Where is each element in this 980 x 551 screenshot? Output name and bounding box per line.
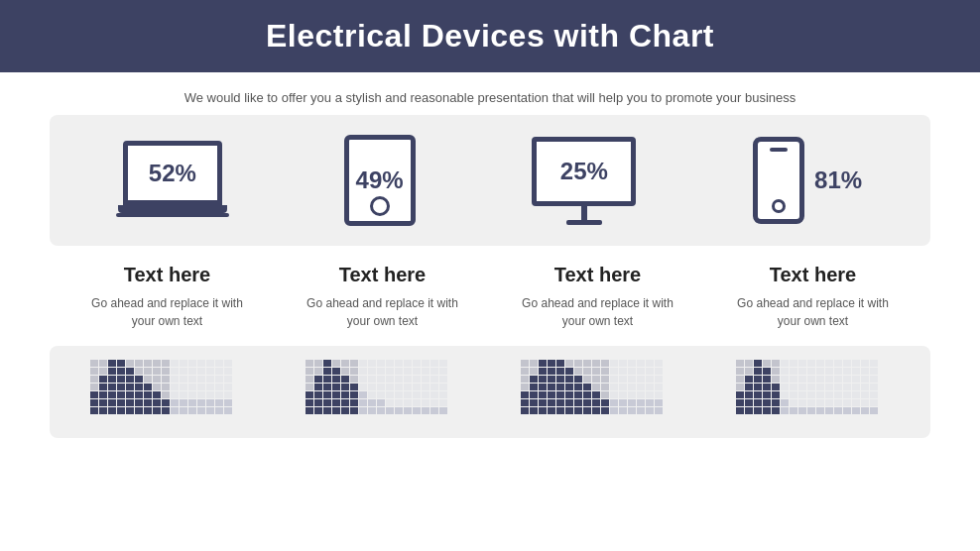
svg-rect-402 — [816, 384, 824, 390]
svg-rect-234 — [530, 384, 538, 390]
svg-rect-280 — [592, 360, 600, 367]
svg-rect-73 — [180, 384, 187, 390]
svg-rect-361 — [763, 391, 771, 398]
svg-rect-254 — [556, 376, 564, 383]
svg-rect-231 — [530, 360, 538, 367]
svg-rect-346 — [745, 384, 753, 390]
svg-rect-321 — [637, 407, 645, 414]
svg-rect-291 — [601, 391, 609, 398]
svg-rect-72 — [180, 376, 187, 383]
svg-rect-292 — [601, 399, 609, 406]
svg-rect-14 — [108, 360, 116, 367]
svg-rect-111 — [224, 407, 232, 414]
svg-rect-194 — [404, 399, 412, 406]
svg-rect-82 — [188, 399, 196, 406]
svg-rect-268 — [574, 376, 582, 383]
svg-rect-375 — [781, 391, 789, 398]
svg-rect-109 — [224, 391, 232, 398]
svg-rect-196 — [413, 360, 421, 367]
svg-rect-185 — [395, 384, 403, 390]
svg-rect-398 — [807, 407, 815, 414]
svg-rect-207 — [422, 391, 429, 398]
svg-rect-432 — [852, 399, 860, 406]
svg-rect-277 — [583, 391, 591, 398]
svg-rect-259 — [565, 360, 573, 367]
svg-rect-439 — [861, 399, 869, 406]
svg-rect-67 — [171, 391, 179, 398]
svg-rect-192 — [404, 384, 412, 390]
svg-rect-385 — [798, 360, 806, 367]
monitor-icon: 25% — [532, 137, 636, 225]
text-title-1: Text here — [299, 264, 467, 286]
svg-rect-203 — [422, 360, 429, 367]
svg-rect-104 — [215, 407, 223, 414]
svg-rect-75 — [180, 399, 187, 406]
svg-rect-255 — [556, 384, 564, 390]
svg-rect-53 — [153, 391, 161, 398]
svg-rect-66 — [171, 384, 179, 390]
svg-rect-128 — [323, 376, 331, 383]
svg-rect-172 — [377, 391, 385, 398]
svg-rect-163 — [368, 376, 376, 383]
svg-rect-84 — [197, 360, 205, 367]
svg-rect-46 — [144, 391, 152, 398]
svg-rect-175 — [386, 360, 394, 367]
svg-rect-305 — [619, 391, 627, 398]
svg-rect-287 — [601, 360, 609, 367]
svg-rect-208 — [422, 399, 429, 406]
svg-rect-357 — [763, 360, 771, 367]
svg-rect-200 — [413, 391, 421, 398]
svg-rect-2 — [90, 376, 98, 383]
svg-rect-374 — [781, 384, 789, 390]
svg-rect-296 — [610, 376, 618, 383]
svg-rect-155 — [359, 368, 367, 375]
tablet-icon: 49% — [344, 135, 416, 226]
svg-rect-345 — [745, 376, 753, 383]
svg-rect-74 — [180, 391, 187, 398]
svg-rect-120 — [314, 368, 322, 375]
svg-rect-184 — [395, 376, 403, 383]
svg-rect-263 — [565, 391, 573, 398]
svg-rect-60 — [162, 391, 170, 398]
svg-rect-328 — [646, 407, 654, 414]
svg-rect-116 — [306, 391, 313, 398]
svg-rect-13 — [99, 407, 107, 414]
svg-rect-367 — [772, 384, 780, 390]
svg-rect-341 — [736, 399, 744, 406]
svg-rect-373 — [781, 376, 789, 383]
svg-rect-165 — [368, 391, 376, 398]
svg-rect-337 — [736, 368, 744, 375]
svg-rect-446 — [870, 399, 878, 406]
svg-rect-443 — [870, 376, 878, 383]
svg-rect-114 — [306, 376, 313, 383]
svg-rect-178 — [386, 384, 394, 390]
svg-rect-168 — [377, 360, 385, 367]
svg-rect-335 — [655, 407, 663, 414]
svg-rect-148 — [350, 368, 358, 375]
svg-rect-380 — [790, 376, 797, 383]
svg-rect-23 — [117, 376, 125, 383]
svg-rect-121 — [314, 376, 322, 383]
bar-chart-3 — [736, 360, 890, 424]
svg-rect-246 — [548, 368, 555, 375]
svg-rect-130 — [323, 391, 331, 398]
svg-rect-5 — [90, 399, 98, 406]
svg-rect-171 — [377, 384, 385, 390]
svg-rect-127 — [323, 368, 331, 375]
svg-rect-336 — [736, 360, 744, 367]
svg-rect-140 — [341, 360, 349, 367]
svg-rect-241 — [539, 384, 547, 390]
svg-rect-180 — [386, 399, 394, 406]
svg-rect-228 — [521, 391, 529, 398]
svg-rect-298 — [610, 391, 618, 398]
svg-rect-366 — [772, 376, 780, 383]
svg-rect-256 — [556, 391, 564, 398]
svg-rect-266 — [574, 360, 582, 367]
svg-rect-16 — [108, 376, 116, 383]
svg-rect-224 — [521, 360, 529, 367]
svg-rect-32 — [126, 391, 134, 398]
svg-rect-100 — [215, 376, 223, 383]
svg-rect-265 — [565, 407, 573, 414]
laptop-device: 52% — [118, 141, 227, 220]
svg-rect-49 — [153, 360, 161, 367]
